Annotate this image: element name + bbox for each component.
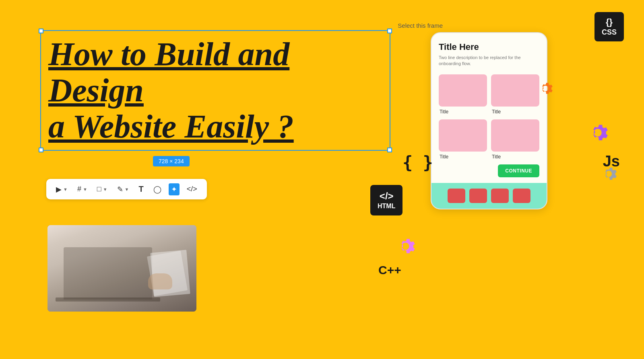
handle-br[interactable] xyxy=(387,148,392,152)
plugin-icon: ✦ xyxy=(171,185,177,194)
nav-square-3 xyxy=(491,189,509,203)
grid-item-4: Title xyxy=(491,119,539,160)
dimension-label: 728 × 234 xyxy=(153,156,190,166)
grid-card-1 xyxy=(439,74,487,107)
css-braces-icon: {} xyxy=(606,17,613,27)
photo-desk xyxy=(47,225,196,312)
continue-button[interactable]: CONTINUE xyxy=(498,164,539,177)
text-icon: T xyxy=(138,185,143,194)
circle-tool[interactable]: ◯ xyxy=(151,183,164,195)
pen-chevron: ▼ xyxy=(125,187,129,192)
html-label: HTML xyxy=(378,203,395,210)
hash-tool[interactable]: # ▼ xyxy=(75,183,90,195)
handle-bl[interactable] xyxy=(39,148,43,152)
select-frame-label[interactable]: Select this frame xyxy=(398,22,443,29)
phone-content: Title Here Two line description to be re… xyxy=(431,33,547,177)
cpp-badge: C++ xyxy=(378,263,401,277)
grid-label-2: Title xyxy=(491,109,539,115)
phone-title: Title Here xyxy=(439,42,539,52)
nav-square-1 xyxy=(448,189,465,203)
headline-text: How to Build and Design a Website Easily… xyxy=(48,36,378,145)
curly-badge: { } xyxy=(402,153,433,172)
html-badge[interactable]: </> HTML xyxy=(370,185,402,215)
gear-magenta-icon xyxy=(392,233,419,259)
nav-square-4 xyxy=(513,189,530,203)
gear-orange-container xyxy=(535,78,555,98)
circle-icon: ◯ xyxy=(153,185,161,194)
toolbar: ▶ ▼ # ▼ □ ▼ ✎ ▼ T ◯ ✦ </> xyxy=(46,179,207,199)
gear-gray-icon xyxy=(598,163,620,185)
cursor-icon: ▶ xyxy=(56,185,62,194)
headline-line2: a Website Easily ? xyxy=(48,108,294,145)
code-tool[interactable]: </> xyxy=(184,183,200,195)
canvas: How to Build and Design a Website Easily… xyxy=(0,0,644,359)
phone-mockup-container: Title Here Two line description to be re… xyxy=(431,32,547,209)
gear-magenta-container xyxy=(392,233,419,259)
code-icon: </> xyxy=(187,185,197,193)
grid-label-3: Title xyxy=(439,154,487,160)
phone-grid-row1: Title Title xyxy=(439,74,539,115)
pen-tool[interactable]: ✎ ▼ xyxy=(115,183,132,195)
nav-square-2 xyxy=(469,189,487,203)
hash-icon: # xyxy=(77,185,81,193)
grid-item-1: Title xyxy=(439,74,487,115)
grid-card-4 xyxy=(491,119,539,152)
pen-icon: ✎ xyxy=(117,185,123,194)
grid-item-3: Title xyxy=(439,119,487,160)
rectangle-icon: □ xyxy=(97,185,101,193)
css-button[interactable]: {} CSS xyxy=(594,12,624,41)
rect-chevron: ▼ xyxy=(103,187,107,192)
headline-line1: How to Build and Design xyxy=(48,36,289,109)
plugin-tool[interactable]: ✦ xyxy=(169,183,180,195)
phone-grid-row2: Title Title xyxy=(439,119,539,160)
grid-card-3 xyxy=(439,119,487,152)
rectangle-tool[interactable]: □ ▼ xyxy=(95,183,110,195)
grid-card-2 xyxy=(491,74,539,107)
cursor-chevron: ▼ xyxy=(63,187,68,192)
phone-mockup: Title Here Two line description to be re… xyxy=(431,32,547,209)
gear-purple-icon xyxy=(584,119,612,147)
gear-gray-container xyxy=(598,163,620,185)
handle-tl[interactable] xyxy=(39,29,43,33)
grid-label-1: Title xyxy=(439,109,487,115)
gear-purple-container xyxy=(584,119,612,147)
phone-description: Two line description to be replaced for … xyxy=(439,55,539,67)
css-label: CSS xyxy=(602,28,617,37)
text-tool[interactable]: T xyxy=(136,183,146,195)
grid-label-4: Title xyxy=(491,154,539,160)
grid-item-2: Title xyxy=(491,74,539,115)
cursor-tool[interactable]: ▶ ▼ xyxy=(54,183,70,195)
html-tag-icon: </> xyxy=(380,191,394,202)
gear-orange-icon xyxy=(535,78,555,98)
photo-thumbnail xyxy=(47,225,196,312)
phone-bottom-nav xyxy=(431,183,547,209)
handle-tr[interactable] xyxy=(387,29,392,33)
hash-chevron: ▼ xyxy=(83,187,87,192)
